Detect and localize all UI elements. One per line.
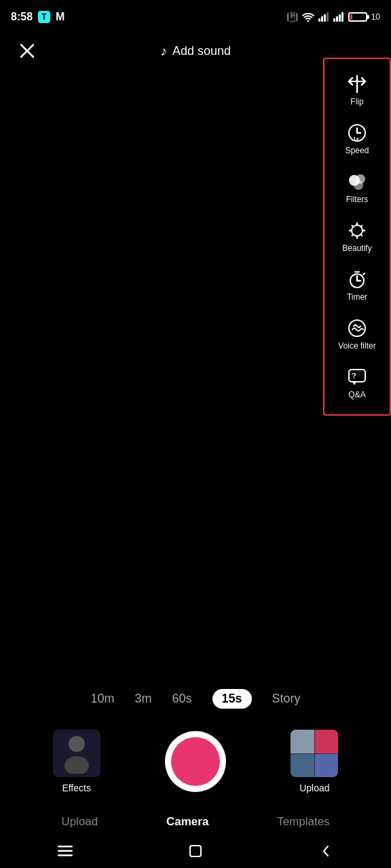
bottom-controls: Effects Upload: [0, 730, 391, 793]
duration-10m[interactable]: 10m: [90, 692, 114, 706]
flip-icon: [347, 74, 367, 94]
effects-thumbnail: [53, 730, 100, 777]
timer-label: Timer: [347, 292, 367, 302]
svg-rect-36: [58, 850, 73, 852]
clock: 8:58: [11, 11, 33, 23]
speed-icon: 1x: [347, 123, 367, 143]
svg-line-22: [360, 226, 362, 227]
svg-point-33: [69, 736, 85, 752]
beautify-label: Beautify: [342, 243, 371, 253]
signal2-icon: [333, 12, 344, 22]
gmail-icon: M: [56, 11, 64, 23]
svg-text:?: ?: [352, 372, 356, 380]
add-sound-button[interactable]: ♪ Add sound: [160, 43, 231, 59]
back-button[interactable]: [316, 841, 336, 861]
effects-label: Effects: [62, 783, 91, 793]
wifi-icon: [302, 12, 314, 22]
battery-icon: [348, 12, 367, 22]
upload-label: Upload: [299, 783, 329, 793]
duration-selector: 10m 3m 60s 15s Story: [0, 689, 391, 709]
close-button[interactable]: [14, 37, 41, 64]
timer-button[interactable]: Timer: [324, 261, 390, 310]
qa-label: Q&A: [348, 390, 365, 399]
nav-templates[interactable]: Templates: [266, 810, 340, 834]
svg-line-21: [360, 234, 362, 235]
svg-rect-38: [190, 846, 201, 856]
record-button-inner: [171, 737, 220, 786]
tiktok-icon: T: [38, 11, 50, 23]
svg-rect-4: [333, 18, 335, 22]
svg-line-28: [363, 273, 365, 275]
voice-filter-label: Voice filter: [338, 341, 375, 351]
speed-button[interactable]: 1x Speed: [324, 115, 390, 163]
menu-button[interactable]: [55, 841, 75, 861]
flip-button[interactable]: Flip: [324, 66, 390, 115]
svg-rect-37: [58, 854, 73, 856]
svg-rect-1: [321, 16, 323, 22]
duration-60s[interactable]: 60s: [172, 692, 191, 706]
filters-icon: [347, 172, 367, 192]
svg-line-23: [352, 234, 354, 235]
duration-3m[interactable]: 3m: [134, 692, 151, 706]
filters-label: Filters: [346, 195, 369, 204]
voice-filter-button[interactable]: Voice filter: [324, 310, 390, 359]
beautify-button[interactable]: Beautify: [324, 212, 390, 261]
status-bar-right: 📳 10: [286, 12, 380, 22]
voice-filter-icon: [347, 318, 367, 338]
svg-text:1x: 1x: [353, 136, 359, 142]
svg-point-34: [64, 756, 89, 774]
svg-line-20: [352, 226, 354, 227]
home-button[interactable]: [185, 841, 206, 861]
duration-15s[interactable]: 15s: [212, 689, 252, 709]
duration-story[interactable]: Story: [272, 692, 301, 706]
filters-button[interactable]: Filters: [324, 163, 390, 212]
upload-button[interactable]: Upload: [291, 730, 338, 793]
speed-label: Speed: [346, 146, 369, 155]
svg-marker-32: [352, 382, 356, 385]
svg-rect-35: [58, 846, 73, 848]
qa-icon: ?: [347, 367, 367, 387]
status-bar-left: 8:58 T M: [11, 11, 64, 23]
svg-rect-2: [324, 14, 326, 22]
timer-icon: [347, 269, 367, 290]
svg-rect-6: [339, 14, 341, 22]
add-sound-label: Add sound: [172, 44, 231, 58]
signal-icon: [318, 12, 329, 22]
status-bar: 8:58 T M 📳: [0, 0, 391, 34]
right-sidebar: Flip 1x Speed Filters: [323, 58, 391, 416]
svg-point-29: [349, 320, 365, 336]
nav-camera[interactable]: Camera: [155, 810, 219, 834]
svg-rect-3: [327, 12, 329, 22]
svg-point-14: [354, 180, 363, 190]
qa-button[interactable]: ? Q&A: [324, 359, 390, 408]
bottom-nav: Upload Camera Templates: [0, 810, 391, 834]
vibrate-icon: 📳: [286, 12, 298, 22]
effects-button[interactable]: Effects: [53, 730, 100, 793]
battery-label: 10: [371, 12, 380, 22]
beautify-icon: [347, 220, 367, 241]
flip-label: Flip: [350, 97, 363, 106]
upload-thumbnail: [291, 730, 338, 777]
svg-rect-0: [318, 18, 320, 22]
nav-upload[interactable]: Upload: [50, 810, 109, 834]
svg-rect-5: [336, 16, 338, 22]
svg-rect-7: [341, 12, 343, 22]
system-nav-bar: [0, 834, 391, 868]
record-button[interactable]: [165, 731, 226, 792]
music-note-icon: ♪: [160, 43, 167, 59]
